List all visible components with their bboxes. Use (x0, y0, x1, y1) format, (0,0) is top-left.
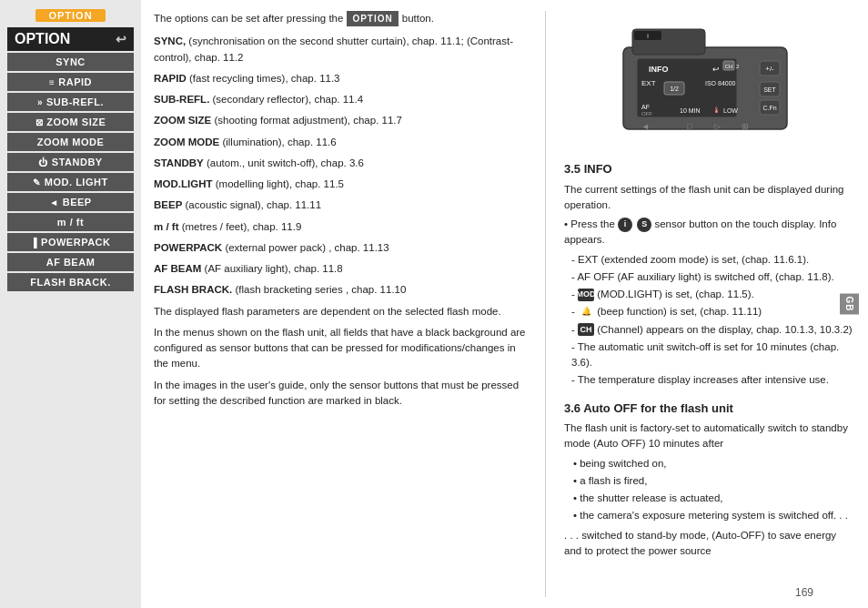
entry-10: AF BEAM (AF auxiliary light), chap. 11.8 (154, 261, 527, 277)
svg-text:□: □ (687, 122, 692, 131)
entry-8: m / ft (metres / feet), chap. 11.9 (154, 219, 527, 235)
sidebar-item-mod--light[interactable]: ✎MOD. LIGHT (7, 173, 134, 191)
option-badge-inline: OPTION (347, 11, 398, 26)
entry-5: STANDBY (autom., unit switch-off), chap.… (154, 156, 527, 171)
sidebar-label-11: FLASH BRACK. (30, 277, 111, 288)
s1-item-1: - AF OFF (AF auxiliary light) is switche… (571, 269, 855, 285)
sidebar: OPTION OPTION ↩ SYNC≡RAPID»SUB-REFL.⊠ZOO… (0, 0, 141, 608)
svg-text:⊞: ⊞ (742, 122, 749, 131)
entry-11: FLASH BRACK. (flash bracketing series , … (154, 282, 527, 298)
section-3-6-intro: The flash unit is factory-set to automat… (564, 421, 855, 452)
para3: In the images in the user's guide, only … (154, 378, 527, 410)
svg-text:◄: ◄ (641, 122, 650, 131)
sidebar-item-m---ft[interactable]: m / ft (7, 213, 134, 231)
para2: In the menus shown on the flash unit, al… (154, 325, 527, 372)
sidebar-item-flash-brack-[interactable]: FLASH BRACK. (7, 273, 134, 291)
intro-text: The options can be set after pressing th… (154, 11, 343, 26)
main-content: The options can be set after pressing th… (141, 0, 868, 608)
button-word: button. (402, 11, 434, 26)
svg-text:AF: AF (641, 104, 650, 110)
sidebar-icon-5: ⏻ (38, 157, 48, 167)
back-icon[interactable]: ↩ (116, 32, 126, 46)
sidebar-item-powerpack[interactable]: ▐POWERPACK (7, 233, 134, 251)
sidebar-item-rapid[interactable]: ≡RAPID (7, 73, 134, 91)
entry-6: MOD.LIGHT (modelling light), chap. 11.5 (154, 177, 527, 192)
s1-item-6: - The temperature display increases afte… (571, 372, 855, 388)
s2-bullet-1: • a flash is fired, (573, 473, 855, 489)
entry-7: BEEP (acoustic signal), chap. 11.11 (154, 198, 527, 213)
page-number: 169 (795, 586, 813, 599)
svg-text:EXT: EXT (641, 79, 656, 87)
sidebar-item-sub-refl-[interactable]: »SUB-REFL. (7, 93, 134, 111)
sidebar-icon-6: ✎ (33, 177, 41, 187)
s2-bullet-2: • the shutter release is actuated, (573, 491, 855, 506)
right-column: i INFO ↩ CH 2 EXT ISO 8400 (564, 11, 855, 597)
svg-text:ISO 84000: ISO 84000 (705, 80, 736, 86)
sidebar-label-8: m / ft (57, 217, 84, 228)
entry-4: ZOOM MODE (illumination), chap. 11.6 (154, 135, 527, 150)
para1: The displayed flash parameters are depen… (154, 304, 527, 319)
sidebar-label-1: RAPID (58, 76, 92, 87)
section-3-6-closing: . . . switched to stand-by mode, (Auto-O… (564, 528, 855, 560)
sidebar-icon-3: ⊠ (35, 117, 44, 127)
section-3-5-press: • Press the i S sensor button on the tou… (564, 217, 855, 248)
gb-badge: GB (840, 294, 859, 315)
entry-1: RAPID (fast recycling times), chap. 11.3 (154, 71, 527, 86)
sidebar-label-10: AF BEAM (46, 257, 96, 268)
option-header-badge: OPTION (35, 9, 105, 22)
intro-line: The options can be set after pressing th… (154, 11, 527, 26)
sidebar-label-4: ZOOM MODE (37, 137, 105, 147)
s2-bullet-3: • the camera's exposure metering system … (573, 508, 855, 523)
text-column: The options can be set after pressing th… (154, 11, 527, 597)
svg-text:+/-: +/- (765, 65, 774, 73)
svg-text:10 MIN: 10 MIN (680, 107, 701, 114)
entries-list: SYNC, (synchronisation on the second shu… (154, 34, 527, 298)
s1-item-0: - EXT (extended zoom mode) is set, (chap… (571, 252, 855, 268)
info-circle-icon: i (618, 218, 632, 232)
sidebar-label-7: BEEP (63, 197, 92, 208)
sidebar-item-standby[interactable]: ⏻STANDBY (7, 153, 134, 171)
sidebar-label-2: SUB-REFL. (46, 96, 104, 107)
s1-item-4: - CH (Channel) appears on the display, c… (571, 322, 855, 338)
entry-9: POWERPACK (external power pack) , chap. … (154, 240, 527, 256)
sidebar-title-row: OPTION ↩ (7, 27, 134, 51)
svg-text:🌡: 🌡 (712, 106, 721, 115)
sidebar-icon-9: ▐ (30, 238, 37, 248)
sidebar-icon-7: ◄ (49, 198, 58, 208)
section-3-5-intro: The current settings of the flash unit c… (564, 182, 855, 214)
svg-text:INFO: INFO (649, 65, 669, 74)
svg-text:C.Fn: C.Fn (762, 105, 776, 111)
section-3-6: 3.6 Auto OFF for the flash unit The flas… (564, 396, 855, 563)
sidebar-label-3: ZOOM SIZE (46, 117, 106, 127)
sidebar-icon-2: » (37, 97, 43, 107)
sidebar-item-zoom-mode[interactable]: ZOOM MODE (7, 133, 134, 151)
svg-text:↩: ↩ (712, 65, 720, 74)
svg-text:OFF: OFF (641, 111, 652, 117)
ch-badge-4: CH (578, 323, 594, 336)
sidebar-item-sync[interactable]: SYNC (7, 53, 134, 71)
sidebar-item-af-beam[interactable]: AF BEAM (7, 253, 134, 271)
flash-image-area: i INFO ↩ CH 2 EXT ISO 8400 (564, 11, 855, 147)
section-3-6-heading: 3.6 Auto OFF for the flash unit (564, 400, 855, 418)
entry-2: SUB-REFL. (secondary reflector), chap. 1… (154, 92, 527, 107)
sidebar-item-beep[interactable]: ◄BEEP (7, 193, 134, 211)
svg-text:SET: SET (763, 86, 776, 93)
s1-item-3: - 🔔 (beep function) is set, (chap. 11.11… (571, 304, 855, 319)
sensor-circle-icon: S (637, 218, 651, 232)
sidebar-label-6: MOD. LIGHT (45, 177, 108, 187)
section-1-items: - EXT (extended zoom mode) is set, (chap… (564, 252, 855, 389)
sidebar-label-0: SYNC (56, 56, 86, 67)
svg-text:1/2: 1/2 (670, 86, 679, 92)
column-divider (545, 11, 546, 597)
sidebar-title: OPTION (15, 31, 70, 47)
section-2-bullets: • being switched on,• a flash is fired,•… (564, 456, 855, 524)
sidebar-label-5: STANDBY (52, 157, 103, 167)
bell-badge-3: 🔔 (578, 306, 594, 319)
svg-text:▷: ▷ (714, 122, 721, 131)
flash-unit-diagram: i INFO ↩ CH 2 EXT ISO 8400 (614, 11, 805, 147)
svg-text:CH: CH (725, 64, 733, 69)
sidebar-icon-1: ≡ (49, 77, 55, 87)
sidebar-label-9: POWERPACK (41, 237, 110, 248)
sidebar-item-zoom-size[interactable]: ⊠ZOOM SIZE (7, 113, 134, 131)
s1-item-5: - The automatic unit switch-off is set f… (571, 339, 855, 371)
